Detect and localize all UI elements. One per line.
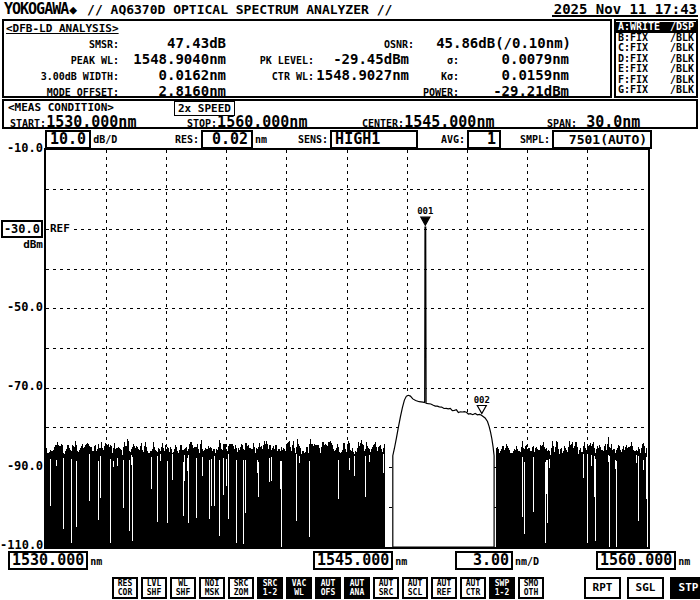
sweep-stp-button[interactable]: STP	[670, 577, 700, 599]
softkey-toolbar: RESCORLVLSHFWLSHFNOIMSKSRCZOMSRC1-2VACWL…	[112, 577, 544, 599]
x-start-unit: nm	[90, 556, 102, 567]
softkey-wl-shf[interactable]: WLSHF	[170, 577, 196, 599]
trace-row-g: G:FIX/BLK	[616, 85, 696, 96]
trace-row-c: C:FIX/BLK	[616, 43, 696, 54]
noise-floor-right	[496, 434, 647, 547]
header-underline	[552, 15, 698, 17]
softkey-noi-msk[interactable]: NOIMSK	[199, 577, 225, 599]
softkey-lvl-shf[interactable]: LVLSHF	[141, 577, 167, 599]
x-center-value: 1545.000	[313, 551, 393, 570]
start-label: START:	[10, 118, 46, 129]
analysis-panel: <DFB-LD ANALYSIS> SMSR: 47.43dB OSNR: 45…	[2, 19, 612, 98]
stop-value: 1560.000nm	[217, 113, 307, 131]
osa-screen: YOKOGAWA ◆ // AQ6370D OPTICAL SPECTRUM A…	[0, 0, 700, 600]
sens-label: SENS:	[298, 134, 328, 145]
level-scale-value: 10.0	[45, 130, 91, 149]
trace-row-e: E:FIX/BLK	[616, 64, 696, 75]
center-wavelength: CENTER: 1545.000nm	[362, 113, 494, 131]
marker-label-001: 001	[417, 206, 433, 216]
start-value: 1530.000nm	[46, 113, 136, 131]
softkey-aut-ana[interactable]: AUTANA	[344, 577, 370, 599]
smpl-label: SMPL:	[520, 134, 550, 145]
y-axis-label: -70.0	[0, 379, 43, 393]
sensitivity-setting: SENS: HIGH1	[298, 130, 418, 149]
marker-002: 002	[474, 395, 490, 414]
noise-floor-left	[46, 433, 385, 547]
x-center-unit: nm	[395, 556, 407, 567]
plot-area: 001002 REF	[44, 148, 650, 549]
softkey-aut-ctr[interactable]: AUTCTR	[460, 577, 486, 599]
y-axis-label: -30.0dBm	[0, 220, 43, 252]
sens-value: HIGH1	[330, 130, 418, 149]
average-setting: AVG: 1	[441, 130, 501, 149]
peak-wl-value: 1548.9040nm	[119, 51, 226, 67]
center-label: CENTER:	[362, 118, 404, 129]
avg-value: 1	[467, 130, 501, 149]
level-scale-unit: dB/D	[93, 134, 117, 145]
sigma-label: σ:	[409, 55, 459, 66]
analysis-row: PEAK WL: 1548.9040nm PK LEVEL: -29.45dBm…	[6, 51, 608, 67]
marker-001: 001	[417, 206, 433, 225]
res-unit: nm	[255, 134, 267, 145]
softkey-aut-ofs[interactable]: AUTOFS	[315, 577, 341, 599]
y-axis-unit: dBm	[0, 238, 43, 252]
y-axis-label: -50.0	[0, 300, 43, 314]
res-label: RES:	[175, 134, 199, 145]
res-value: 0.02	[201, 130, 253, 149]
diamond-icon: ◆	[69, 2, 77, 17]
sweep-rpt-button[interactable]: RPT	[584, 577, 621, 599]
osnr-label: OSNR:	[226, 39, 414, 50]
sweep-controls: RPTSGLSTP	[584, 577, 700, 599]
osnr-value: 45.86dB(/0.10nm)	[414, 35, 571, 51]
meas-condition-panel: <MEAS CONDITION> 2x SPEED START: 1530.00…	[2, 99, 698, 129]
x-per-div-label: 3.00 nm/D	[455, 551, 539, 570]
x-stop-label: 1560.000 nm	[596, 551, 690, 570]
settings-row: 10.0 dB/D RES: 0.02 nm SENS: HIGH1 AVG: …	[0, 130, 700, 149]
mode-offset-label: MODE OFFSET:	[6, 87, 119, 98]
smsr-value: 47.43dB	[119, 35, 226, 51]
ksigma-label: Kσ:	[409, 71, 459, 82]
softkey-smo-oth[interactable]: SMOOTH	[518, 577, 544, 599]
ctr-wl-label: CTR WL:	[226, 71, 314, 82]
ctr-wl-value: 1548.9027nm	[314, 67, 409, 83]
softkey-swp-1-2[interactable]: SWP1-2	[489, 577, 515, 599]
trace-row-a: A:WRITE/DSP	[616, 22, 696, 33]
width-3db-label: 3.00dB WIDTH:	[6, 71, 119, 82]
softkey-aut-ref[interactable]: AUTREF	[431, 577, 457, 599]
level-scale: 10.0 dB/D	[45, 130, 117, 149]
sweep-sgl-button[interactable]: SGL	[627, 577, 664, 599]
marker-triangle-001	[421, 217, 430, 225]
pk-level-label: PK LEVEL:	[226, 55, 314, 66]
softkey-aut-scl[interactable]: AUTSCL	[402, 577, 428, 599]
sampling-setting: SMPL: 7501(AUTO)	[520, 130, 652, 149]
avg-label: AVG:	[441, 134, 465, 145]
marker-label-002: 002	[474, 395, 490, 405]
y-axis-label: -90.0	[0, 459, 43, 473]
x-start-value: 1530.000	[8, 551, 88, 570]
spectrum-svg: 001002	[46, 150, 648, 547]
x-stop-unit: nm	[678, 556, 690, 567]
analysis-row: MODE OFFSET: 2.8160nm POWER: -29.21dBm	[6, 83, 608, 99]
span-setting: SPAN: 30.0nm	[547, 113, 640, 131]
start-wavelength: START: 1530.000nm	[10, 113, 136, 131]
mode-offset-value: 2.8160nm	[119, 83, 226, 99]
ksigma-value: 0.0159nm	[459, 67, 569, 83]
softkey-res-cor[interactable]: RESCOR	[112, 577, 138, 599]
app-title: // AQ6370D OPTICAL SPECTRUM ANALYZER //	[87, 2, 392, 17]
brand-logo: YOKOGAWA	[4, 0, 68, 18]
pk-level-value: -29.45dBm	[314, 51, 409, 67]
softkey-src-1-2[interactable]: SRC1-2	[257, 577, 283, 599]
analysis-row: 3.00dB WIDTH: 0.0162nm CTR WL: 1548.9027…	[6, 67, 608, 83]
span-label: SPAN:	[547, 118, 577, 129]
softkey-vac-wl[interactable]: VACWL	[286, 577, 312, 599]
smpl-value: 7501(AUTO)	[552, 130, 652, 149]
x-stop-value: 1560.000	[596, 551, 676, 570]
softkey-aut-src[interactable]: AUTSRC	[373, 577, 399, 599]
width-3db-value: 0.0162nm	[119, 67, 226, 83]
analysis-title: <DFB-LD ANALYSIS>	[6, 22, 608, 35]
peak-wl-label: PEAK WL:	[6, 55, 119, 66]
softkey-src-zom[interactable]: SRCZOM	[228, 577, 254, 599]
power-label: POWER:	[226, 87, 459, 98]
center-value: 1545.000nm	[404, 113, 494, 131]
sigma-value: 0.0079nm	[459, 51, 569, 67]
